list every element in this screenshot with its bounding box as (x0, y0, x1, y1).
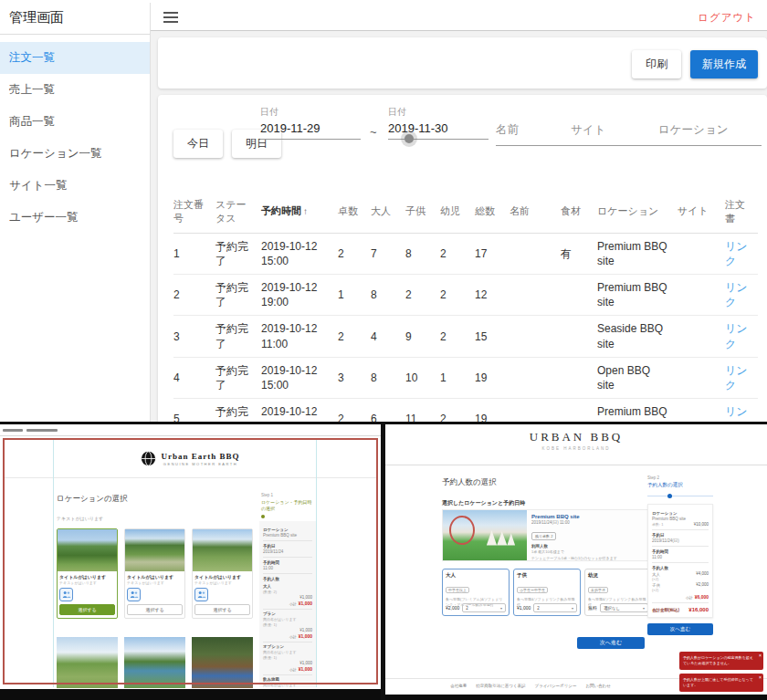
location-card-grid: タイトルがはいります テキストがはいります 選択する タイトルがはいります テキ… (57, 528, 253, 619)
quantity-select[interactable]: 2▾ (462, 603, 506, 612)
progress-bar (647, 494, 713, 498)
order-link[interactable]: リンク (725, 234, 758, 274)
line-item-name: 商品名がはいります (263, 683, 312, 687)
line-item-title: プラン (263, 611, 312, 616)
screenshot-bottom-border (385, 695, 767, 700)
date-to-value[interactable]: 2019-11-30 (388, 121, 489, 135)
site-select[interactable]: サイト (571, 122, 667, 146)
menu-icon[interactable] (163, 12, 178, 23)
footer-link[interactable]: 特定商取引法に基づく表記 (476, 684, 525, 688)
location-select-label: ロケーション (658, 122, 762, 138)
column-header: ロケーション (597, 197, 678, 225)
users-icon (127, 588, 141, 601)
filters-bar: 今日 明日 日付 2019-11-29 ~ 日付 2019-11-30 (158, 95, 767, 191)
cell-infants: 1 (440, 365, 475, 391)
order-link[interactable]: リンク (725, 358, 758, 398)
capacity-label: 利用人数 (531, 544, 663, 549)
card-text: テキストがはいります (194, 580, 250, 585)
footer-link[interactable]: お問い合わせ (585, 684, 610, 688)
card-text: テキストがはいります (127, 580, 183, 585)
cell-site (678, 248, 725, 259)
date-range-separator: ~ (370, 125, 377, 139)
line-item-subtotal: 小計¥1,000 (263, 666, 312, 672)
cell-food (561, 413, 597, 422)
chevron-down-icon: ▾ (500, 606, 502, 611)
quantity-select[interactable]: 選択なし▾ (600, 603, 648, 612)
layout-guide-line (316, 439, 317, 687)
cell-order-no: 3 (173, 324, 215, 350)
select-button[interactable]: 選択する (59, 604, 115, 615)
cell-children: 9 (405, 324, 440, 350)
footer-link[interactable]: プライバシーポリシー (535, 684, 577, 688)
order-link[interactable]: リンク (725, 316, 758, 356)
summary-date-value: 2019/11/24(日) (652, 538, 709, 543)
summary-people-label: 予約人数 (652, 566, 709, 570)
cell-total: 19 (475, 365, 510, 391)
column-header: 総数 (475, 197, 510, 225)
create-button[interactable]: 新規作成 (690, 50, 758, 78)
person-qty: (×2) (652, 577, 709, 581)
brand-name: URBAN BBQ (385, 430, 767, 444)
order-link[interactable]: リンク (725, 399, 758, 422)
location-photo (124, 637, 185, 688)
close-icon[interactable]: × (759, 653, 762, 660)
cell-name (510, 289, 561, 300)
summary-info-label: ロケーション (263, 528, 312, 532)
line-item-name: 商品名がはいります (263, 650, 312, 654)
next-button-main[interactable]: 次へ進む (577, 637, 645, 649)
summary-info-value: 2019/11/24 (263, 549, 312, 554)
cell-adults: 6 (371, 406, 405, 422)
step-title: 予約人数の選択 (647, 482, 713, 488)
toolbar-card: 印刷 新規作成 (158, 37, 767, 89)
select-button[interactable]: 選択する (194, 604, 250, 615)
today-button[interactable]: 今日 (173, 130, 223, 158)
sidebar-menu-item[interactable]: 商品一覧 (0, 106, 150, 138)
summary-info-label: 予約時間 (263, 560, 312, 565)
quantity-select[interactable]: 2▾ (533, 603, 577, 612)
column-header: 幼児 (440, 197, 475, 225)
admin-topbar: ログアウト (151, 3, 767, 31)
admin-sidebar-menu: 注文一覧売上一覧商品一覧ロケーション一覧サイト一覧ユーザー一覧 (0, 42, 150, 234)
next-button-sidebar[interactable]: 次へ進む (647, 623, 713, 635)
location-photo (58, 529, 117, 571)
card-title: タイトルがはいります (194, 574, 250, 580)
users-icon (194, 588, 208, 601)
date-from-value[interactable]: 2019-11-29 (260, 121, 361, 135)
cell-infants: 2 (440, 241, 475, 266)
admin-panel: 管理画面 注文一覧売上一覧商品一覧ロケーション一覧サイト一覧ユーザー一覧 ログア… (0, 0, 767, 422)
site-select-label: サイト (571, 122, 667, 138)
close-icon[interactable]: × (759, 674, 762, 682)
sidebar-menu-item[interactable]: ユーザー一覧 (0, 202, 150, 234)
cell-adults: 7 (371, 241, 405, 266)
globe-logo-icon (141, 451, 156, 466)
location-title: Premium BBQ site (531, 514, 663, 519)
sidebar-menu-item[interactable]: サイト一覧 (0, 170, 150, 202)
footer-link[interactable]: 会社概要 (450, 684, 467, 688)
toast-message: 予約人数が上限に達して受付締切となっています。 (683, 677, 753, 687)
cell-site (678, 372, 725, 383)
column-header[interactable]: 予約時間↑ (261, 197, 338, 225)
order-link[interactable]: リンク (725, 275, 758, 315)
cell-infants: 2 (440, 324, 475, 350)
sidebar-menu-item[interactable]: 注文一覧 (0, 42, 150, 74)
location-card: タイトルがはいります テキストがはいります 選択する (124, 528, 185, 619)
slider-thumb[interactable] (405, 134, 414, 143)
print-button[interactable]: 印刷 (632, 50, 681, 78)
select-button[interactable]: 選択する (127, 604, 183, 615)
date-to-field[interactable]: 日付 2019-11-30 (388, 106, 489, 140)
summary-info-row: 予約日 2019/11/24 (263, 541, 312, 558)
summary-location-label: ロケーション (652, 511, 709, 516)
location-photo (192, 637, 253, 688)
date-to-label: 日付 (388, 106, 489, 119)
option-label: 子供 (517, 572, 577, 579)
line-item-qty: (数量: 1) (263, 622, 312, 627)
people-option-row: 大人 中学生以上 食べ放題(プレミアム)&ソフトドリンク・アルコール飲み放題付 … (442, 569, 652, 616)
sidebar-menu-item[interactable]: ロケーション一覧 (0, 138, 150, 170)
sidebar-menu-item[interactable]: 売上一覧 (0, 74, 150, 106)
line-item-price: ¥1,000 (263, 628, 312, 632)
location-select[interactable]: ロケーション (658, 122, 762, 146)
date-from-field[interactable]: 日付 2019-11-29 (260, 106, 361, 140)
logout-link[interactable]: ログアウト (698, 11, 756, 25)
cell-tables: 1 (338, 282, 371, 308)
cell-location: Premium BBQ site (597, 399, 678, 422)
